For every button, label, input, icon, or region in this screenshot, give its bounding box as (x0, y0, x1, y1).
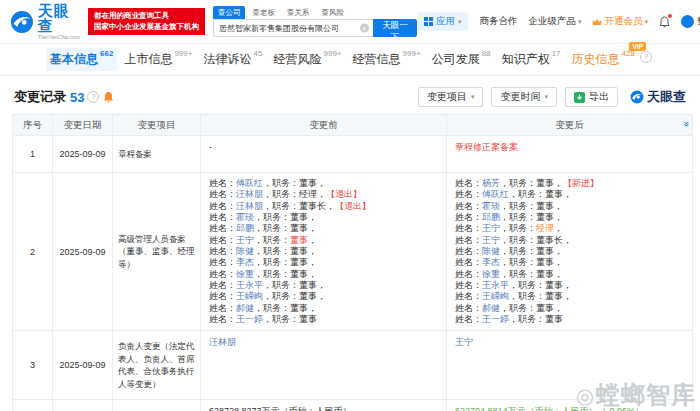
person-link[interactable]: 王宁 (482, 235, 500, 245)
tab-company-development[interactable]: 公司发展88 (428, 48, 495, 71)
notification-dot (668, 14, 672, 18)
change-date: 2025-09-09 (53, 331, 113, 400)
enterprise-product-menu[interactable]: 企业级产品 ▾ (528, 15, 581, 28)
person-role-label: ，职务： (500, 269, 536, 279)
person-name-label: 姓名： (209, 280, 236, 290)
person-link[interactable]: 李杰 (482, 257, 500, 267)
notifications-bell-icon[interactable] (659, 16, 670, 28)
user-menu[interactable]: 费米 ▾ (681, 15, 700, 28)
person-line: 姓名：陈健，职务：董事， (209, 246, 438, 257)
person-link[interactable]: 汪林朋 (236, 189, 263, 199)
person-line: 姓名：王嵘峋，职务：董事， (209, 291, 438, 302)
vip-upgrade-menu[interactable]: 开通会员 ▾ (592, 15, 648, 28)
company-search-input[interactable] (213, 19, 373, 37)
person-link[interactable]: 汪林朋 (209, 337, 236, 347)
person-name-label: 姓名： (455, 212, 482, 222)
search-box: × 天眼一下 (213, 19, 417, 37)
person-link[interactable]: 邱鹏 (236, 223, 254, 233)
person-role: 董事 (299, 314, 317, 324)
tab-operation-risk[interactable]: 经营风险999+ (269, 48, 345, 71)
person-line: 姓名：傅跃红，职务：董事， (455, 189, 684, 200)
filter-change-time-button[interactable]: 变更时间 ▾ (491, 87, 557, 107)
search-tab-boss[interactable]: 查老板 (247, 6, 280, 19)
person-name-label: 姓名： (209, 314, 236, 324)
person-line: 姓名：李杰，职务：董事， (209, 257, 438, 268)
person-link[interactable]: 李杰 (236, 257, 254, 267)
monitor-bell-icon[interactable] (103, 91, 114, 103)
person-link[interactable]: 杨芳 (482, 178, 500, 188)
person-link[interactable]: 陈健 (482, 246, 500, 256)
tab-listing-info[interactable]: 上市信息999+ (120, 48, 196, 71)
biz-cooperation-link[interactable]: 商务合作 (479, 15, 517, 28)
tab-intellectual-property[interactable]: 知识产权17 (498, 48, 565, 71)
table-row: 12025-09-09章程备案-章程修正案备案 (13, 136, 693, 173)
watermark-circle-icon: ◎ (576, 384, 595, 407)
person-link[interactable]: 王永平 (482, 280, 509, 290)
search-tab-company[interactable]: 查公司 (213, 6, 246, 19)
person-line: 姓名：邱鹏，职务：董事， (209, 223, 438, 234)
person-line: 姓名：王永平，职务：董事， (455, 280, 684, 291)
person-link[interactable]: 徐重 (236, 269, 254, 279)
person-name-label: 姓名： (455, 189, 482, 199)
col-header-item: 变更项目 (113, 115, 201, 136)
search-tab-risk[interactable]: 查风险 (316, 6, 349, 19)
person-role: 董事 (290, 223, 308, 233)
person-link[interactable]: 霍琰 (482, 201, 500, 211)
change-after-cell: 姓名：杨芳，职务：董事，【新进】姓名：傅跃红，职务：董事，姓名：霍琰，职务：董事… (447, 173, 693, 331)
info-icon[interactable]: ? (87, 91, 99, 103)
col-header-date: 变更日期 (53, 115, 113, 136)
person-link[interactable]: 王嵘峋 (482, 291, 509, 301)
export-button[interactable]: 导出 (565, 87, 618, 107)
person-role-label: ，职务： (509, 314, 545, 324)
section-toolbar: 变更项目 ▾ 变更时间 ▾ 导出 天眼查 (418, 87, 686, 107)
person-link[interactable]: 王宁 (236, 235, 254, 245)
person-name-label: 姓名： (209, 291, 236, 301)
filter-change-item-button[interactable]: 变更项目 ▾ (418, 87, 484, 107)
tyc-logo-icon (630, 90, 644, 104)
person-link[interactable]: 陈健 (236, 246, 254, 256)
person-role: 董事 (536, 269, 554, 279)
apps-menu[interactable]: 应用 ▾ (417, 12, 469, 31)
tab-basic-info[interactable]: 基本信息662 (46, 48, 117, 71)
section-count: 53 (70, 90, 84, 105)
person-link[interactable]: 王一婷 (236, 314, 263, 324)
table-header-row: 序号 变更日期 变更项目 变更前 变更后 » (13, 115, 693, 136)
tab-legal-litigation[interactable]: 法律诉讼45 (200, 48, 267, 71)
person-name-label: 姓名： (209, 303, 236, 313)
caret-down-icon: ▾ (644, 18, 648, 26)
person-role: 董事 (536, 257, 554, 267)
change-item: 高级管理人员备案（董事、监事、经理等） (113, 173, 201, 331)
person-link[interactable]: 王嵘峋 (236, 291, 263, 301)
person-role: 董事 (290, 212, 308, 222)
search-tab-relation[interactable]: 查关系 (282, 6, 315, 19)
person-link[interactable]: 王宁 (482, 223, 500, 233)
person-link[interactable]: 徐重 (482, 269, 500, 279)
person-role-label: ，职务： (263, 201, 299, 211)
clear-icon[interactable]: × (360, 24, 369, 33)
person-role-label: ，职务： (500, 246, 536, 256)
promo-line2: 国家中小企业发展基金旗下机构 (94, 22, 199, 33)
tab-history-info[interactable]: VIP 历史信息428 ? (568, 48, 656, 71)
person-link[interactable]: 郝健 (236, 303, 254, 313)
change-before-cell: 汪林朋 (201, 331, 447, 400)
caret-down-icon: ▾ (578, 18, 582, 26)
person-link[interactable]: 邱鹏 (482, 212, 500, 222)
person-link[interactable]: 霍琰 (236, 212, 254, 222)
person-link[interactable]: 傅跃红 (482, 189, 509, 199)
person-link[interactable]: 王一婷 (482, 314, 509, 324)
expand-rows-icon[interactable]: » (681, 121, 691, 127)
search-button[interactable]: 天眼一下 (373, 19, 417, 37)
person-line: 姓名：王宁，职务：董事长， (455, 235, 684, 246)
tianyancha-logo[interactable]: 天眼查 TianYanCha.com (10, 3, 82, 41)
person-link[interactable]: 王宁 (455, 337, 473, 347)
person-link[interactable]: 汪林朋 (236, 201, 263, 211)
person-link[interactable]: 傅跃红 (236, 178, 263, 188)
tab-operation-info[interactable]: 经营信息999+ (349, 48, 425, 71)
person-role-label: ，职务： (509, 291, 545, 301)
header-right: 应用 ▾ 商务合作 企业级产品 ▾ 开通会员 ▾ 费米 ▾ (417, 12, 700, 31)
person-name-label: 姓名： (209, 223, 236, 233)
info-icon[interactable]: ? (640, 51, 652, 63)
person-link[interactable]: 郝健 (482, 303, 500, 313)
logo-subtext: TianYanCha.com (38, 35, 82, 41)
person-link[interactable]: 王永平 (236, 280, 263, 290)
